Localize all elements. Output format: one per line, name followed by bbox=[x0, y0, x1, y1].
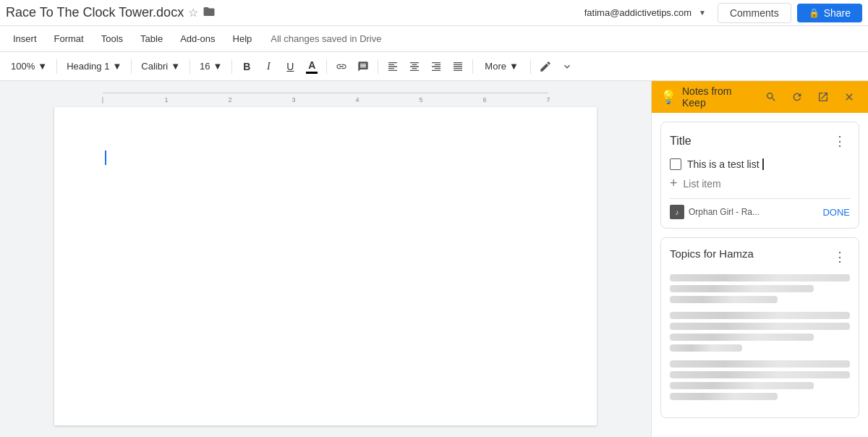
ruler: | 1 2 3 4 5 6 7 bbox=[54, 93, 597, 107]
ruler-tick: | bbox=[102, 96, 103, 103]
blurred-text-line bbox=[670, 334, 814, 341]
topics-card: Topics for Hamza ⋮ bbox=[660, 237, 859, 418]
toolbar-divider-2 bbox=[131, 59, 132, 74]
blurred-text-line bbox=[670, 382, 814, 389]
keep-refresh-button[interactable] bbox=[787, 87, 807, 107]
ruler-tick: 1 bbox=[164, 96, 168, 103]
font-selector[interactable]: Calibri ▼ bbox=[136, 58, 185, 75]
topics-text-group-2 bbox=[670, 312, 850, 352]
comments-button[interactable]: Comments bbox=[718, 3, 791, 23]
zoom-selector[interactable]: 100% ▼ bbox=[6, 58, 52, 75]
keep-header-icons bbox=[761, 87, 859, 107]
menu-bar: Insert Format Tools Table Add-ons Help A… bbox=[0, 26, 868, 52]
ruler-tick: 6 bbox=[482, 96, 486, 103]
note-card-1: Title ⋮ This is a test list + List item … bbox=[660, 122, 859, 229]
pen-color-button[interactable] bbox=[535, 56, 556, 77]
keep-search-button[interactable] bbox=[761, 87, 781, 107]
ruler-tick: 3 bbox=[292, 96, 295, 103]
text-color-button[interactable]: A bbox=[302, 56, 322, 77]
font-arrow: ▼ bbox=[171, 61, 180, 72]
expand-button[interactable] bbox=[557, 56, 577, 77]
heading-selector[interactable]: Heading 1 ▼ bbox=[61, 58, 127, 75]
folder-icon[interactable] bbox=[203, 5, 216, 21]
menu-insert[interactable]: Insert bbox=[6, 30, 44, 47]
user-dropdown-arrow[interactable]: ▼ bbox=[699, 9, 706, 17]
toolbar-divider-8 bbox=[530, 59, 531, 74]
toolbar-divider-5 bbox=[326, 59, 327, 74]
more-arrow: ▼ bbox=[509, 61, 519, 72]
more-button[interactable]: More ▼ bbox=[477, 59, 526, 74]
toolbar-divider-1 bbox=[56, 59, 57, 74]
add-item-label: List item bbox=[684, 178, 721, 190]
menu-table[interactable]: Table bbox=[133, 30, 170, 47]
toolbar-divider-6 bbox=[378, 59, 378, 74]
document-page[interactable] bbox=[54, 107, 597, 425]
blurred-text-line bbox=[670, 285, 814, 292]
bold-button[interactable]: B bbox=[237, 56, 257, 77]
menu-format[interactable]: Format bbox=[47, 30, 91, 47]
source-icon: ♪ bbox=[670, 205, 684, 219]
blurred-text-line bbox=[670, 360, 850, 368]
font-size-selector[interactable]: 16 ▼ bbox=[195, 58, 227, 75]
star-icon[interactable]: ☆ bbox=[188, 6, 198, 20]
toolbar: 100% ▼ Heading 1 ▼ Calibri ▼ 16 ▼ B I U … bbox=[0, 52, 868, 81]
zoom-arrow: ▼ bbox=[38, 61, 47, 72]
main-area: | 1 2 3 4 5 6 7 💡 Notes from Keep bbox=[0, 81, 868, 437]
doc-title: Race To The Clock Tower.docx bbox=[6, 5, 184, 20]
note-list-text: This is a test list bbox=[687, 158, 764, 170]
menu-addons[interactable]: Add-ons bbox=[173, 30, 222, 47]
menu-help[interactable]: Help bbox=[226, 30, 260, 47]
comment-button[interactable] bbox=[353, 56, 373, 77]
ruler-tick: 4 bbox=[355, 96, 359, 103]
text-cursor bbox=[105, 150, 106, 165]
add-item-icon: + bbox=[670, 176, 678, 191]
link-button[interactable] bbox=[331, 56, 352, 77]
keep-open-button[interactable] bbox=[813, 87, 833, 107]
topics-text-group-1 bbox=[670, 274, 850, 303]
keep-panel: 💡 Notes from Keep Title bbox=[651, 81, 868, 437]
ruler-tick: 2 bbox=[228, 96, 231, 103]
lock-icon: 🔒 bbox=[809, 8, 820, 18]
note-add-item[interactable]: + List item bbox=[670, 176, 850, 191]
toolbar-divider-7 bbox=[472, 59, 473, 74]
font-color-letter: A bbox=[308, 59, 315, 71]
heading-arrow: ▼ bbox=[112, 61, 122, 72]
blurred-text-line bbox=[670, 296, 778, 303]
note-checkbox[interactable] bbox=[670, 158, 681, 170]
menu-tools[interactable]: Tools bbox=[94, 30, 130, 47]
share-button[interactable]: 🔒 Share bbox=[797, 4, 862, 22]
ruler-tick: 7 bbox=[546, 96, 550, 103]
top-bar: Race To The Clock Tower.docx ☆ fatima@ad… bbox=[0, 0, 868, 26]
italic-button[interactable]: I bbox=[258, 56, 278, 77]
ruler-tick: 5 bbox=[419, 96, 422, 103]
keep-panel-title: Notes from Keep bbox=[682, 85, 755, 109]
topics-more-button[interactable]: ⋮ bbox=[830, 247, 850, 267]
color-bar bbox=[306, 72, 318, 74]
blurred-text-line bbox=[670, 393, 778, 400]
blurred-text-line bbox=[670, 371, 850, 378]
underline-button[interactable]: U bbox=[280, 56, 300, 77]
done-button[interactable]: DONE bbox=[822, 207, 850, 218]
justify-button[interactable] bbox=[448, 56, 468, 77]
note-source: ♪ Orphan Girl - Ra... bbox=[670, 205, 760, 219]
note-more-button[interactable]: ⋮ bbox=[830, 131, 850, 151]
note-source-label: Orphan Girl - Ra... bbox=[689, 207, 760, 217]
user-email: fatima@addictivetips.com bbox=[584, 7, 692, 18]
toolbar-divider-4 bbox=[231, 59, 232, 74]
note-card-header: Title ⋮ bbox=[670, 131, 850, 151]
align-left-button[interactable] bbox=[383, 56, 403, 77]
note-card-title: Title bbox=[670, 135, 692, 148]
align-center-button[interactable] bbox=[404, 56, 425, 77]
save-status: All changes saved in Drive bbox=[271, 33, 381, 44]
document-area[interactable]: | 1 2 3 4 5 6 7 bbox=[0, 81, 651, 437]
keep-header: 💡 Notes from Keep bbox=[652, 81, 868, 113]
size-arrow: ▼ bbox=[213, 61, 222, 72]
topics-card-header: Topics for Hamza ⋮ bbox=[670, 247, 850, 267]
blurred-text-line bbox=[670, 274, 850, 281]
keep-bulb-icon: 💡 bbox=[660, 89, 676, 105]
note-footer: ♪ Orphan Girl - Ra... DONE bbox=[670, 198, 850, 219]
topics-card-title: Topics for Hamza bbox=[670, 247, 754, 260]
blurred-text-line bbox=[670, 323, 850, 330]
keep-close-button[interactable] bbox=[839, 87, 859, 107]
align-right-button[interactable] bbox=[426, 56, 446, 77]
